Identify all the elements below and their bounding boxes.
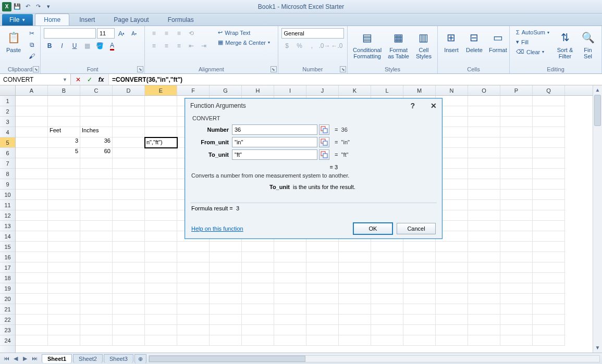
row-header[interactable]: 10 [0,190,15,200]
cell[interactable] [16,315,48,325]
namebox-dropdown-icon[interactable]: ▼ [63,77,67,82]
row-header[interactable]: 11 [0,200,15,210]
cell[interactable] [48,106,80,117]
cell[interactable] [306,252,339,262]
comma-format-button[interactable]: , [306,41,318,51]
cell[interactable] [371,283,403,294]
cell[interactable] [80,210,113,221]
row-header[interactable]: 12 [0,210,15,221]
cell[interactable] [48,158,80,169]
cell[interactable] [274,242,306,252]
cell[interactable] [145,127,177,137]
cell[interactable] [533,210,565,221]
cell[interactable] [145,190,177,200]
row-header[interactable]: 13 [0,221,15,231]
cell[interactable] [113,231,145,242]
horizontal-scrollbar[interactable] [149,355,600,362]
cell[interactable] [500,169,533,179]
cell[interactable] [371,335,403,346]
row-header[interactable]: 17 [0,262,15,273]
cell[interactable] [48,200,80,210]
cell[interactable] [145,262,177,273]
find-select-button[interactable]: 🔍Fin Sel [578,28,598,60]
cell[interactable] [500,190,533,200]
cell[interactable] [16,200,48,210]
cell[interactable] [533,148,565,158]
cell[interactable] [500,96,533,106]
cell[interactable] [113,190,145,200]
range-selector-icon[interactable] [319,149,329,160]
cut-icon[interactable]: ✂ [26,28,38,39]
increase-indent-icon[interactable]: ⇥ [198,41,210,51]
cell[interactable] [177,262,210,273]
cell[interactable] [533,96,565,106]
prev-sheet-icon[interactable]: ◀ [11,355,20,362]
column-header[interactable]: H [242,85,274,95]
column-header[interactable]: L [371,85,403,95]
column-header[interactable]: B [48,85,80,95]
cell[interactable] [80,179,113,190]
cell[interactable] [242,242,274,252]
row-header[interactable]: 4 [0,127,15,137]
cell[interactable] [533,169,565,179]
cell[interactable] [468,273,500,283]
cell[interactable] [210,294,242,304]
align-right-icon[interactable]: ≡ [173,41,185,51]
cell[interactable] [533,325,565,335]
number-launcher-icon[interactable]: ⬊ [340,66,346,72]
cell[interactable] [145,315,177,325]
column-header[interactable]: G [210,85,242,95]
cell[interactable] [500,315,533,325]
cell[interactable] [210,335,242,346]
cell[interactable] [113,262,145,273]
cell[interactable] [468,242,500,252]
cell[interactable] [113,210,145,221]
cell[interactable] [48,325,80,335]
cell[interactable] [371,262,403,273]
cell[interactable] [113,242,145,252]
row-header[interactable]: 1 [0,96,15,106]
cell[interactable] [210,283,242,294]
cell[interactable] [177,294,210,304]
formula-input[interactable] [112,76,599,83]
cell[interactable]: 36 [80,137,113,148]
cell[interactable] [274,294,306,304]
cell[interactable] [145,169,177,179]
cell[interactable] [80,315,113,325]
cell[interactable] [16,221,48,231]
cell[interactable] [500,273,533,283]
column-header[interactable]: P [500,85,533,95]
cell[interactable] [48,273,80,283]
cell[interactable] [48,242,80,252]
cell[interactable] [339,315,371,325]
cell[interactable] [80,283,113,294]
cell[interactable] [371,273,403,283]
merge-center-button[interactable]: ▦Merge & Center▾ [215,38,273,47]
cell[interactable] [80,200,113,210]
cell[interactable] [436,325,468,335]
cell[interactable]: 5 [48,148,80,158]
cell[interactable] [339,262,371,273]
cell[interactable] [468,169,500,179]
cell[interactable] [48,190,80,200]
vertical-scroll-thumb[interactable] [594,95,601,126]
cell[interactable] [371,315,403,325]
align-bottom-icon[interactable]: ≡ [173,28,185,39]
cell[interactable] [533,190,565,200]
cell[interactable] [210,325,242,335]
cell[interactable] [145,200,177,210]
cell[interactable] [533,304,565,315]
cell[interactable] [16,304,48,315]
cell[interactable] [403,315,436,325]
cell[interactable] [113,221,145,231]
cell[interactable] [80,117,113,127]
sheet-tab-2[interactable]: Sheet2 [73,354,103,363]
cell[interactable] [16,262,48,273]
cell[interactable] [436,294,468,304]
cell[interactable] [436,283,468,294]
arg-input-to_unit[interactable] [232,149,317,160]
column-header[interactable]: Q [533,85,565,95]
cell[interactable] [468,252,500,262]
cell[interactable] [533,335,565,346]
cell[interactable] [48,252,80,262]
